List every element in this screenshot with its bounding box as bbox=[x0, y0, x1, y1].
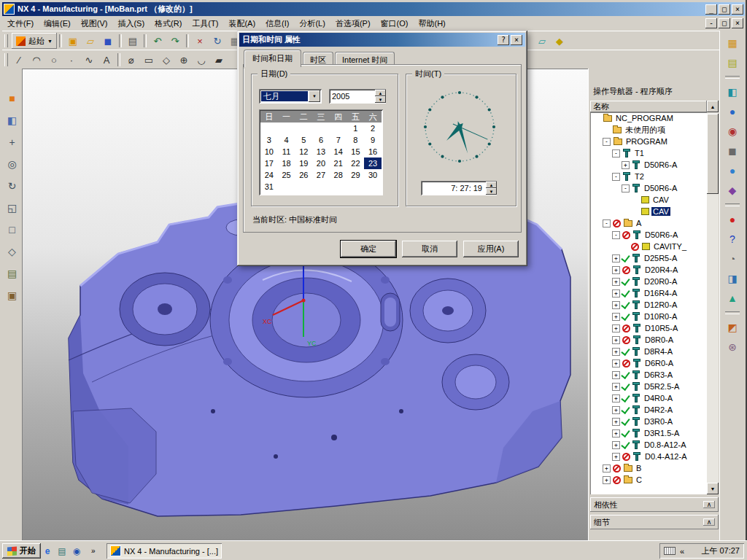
tree-row[interactable]: +C bbox=[590, 474, 707, 486]
shaded-cube-icon[interactable]: ◼ bbox=[724, 143, 741, 159]
year-spinner[interactable]: 2005 ▲ ▼ bbox=[329, 89, 386, 104]
calendar-day[interactable]: 27 bbox=[312, 169, 330, 181]
calendar-day[interactable]: 9 bbox=[364, 134, 382, 146]
month-combobox[interactable]: 七月 ▼ bbox=[259, 89, 322, 104]
tree-row[interactable]: +D3R0-A bbox=[590, 416, 707, 427]
globe-icon[interactable]: ● bbox=[724, 163, 741, 179]
menu-item[interactable]: 编辑(E) bbox=[39, 16, 76, 31]
calendar-day[interactable]: 6 bbox=[312, 134, 330, 146]
calendar-day[interactable]: 2 bbox=[364, 122, 382, 134]
calendar-day[interactable]: 22 bbox=[347, 158, 365, 169]
dialog-help-button[interactable]: ? bbox=[498, 35, 509, 45]
show-desktop-icon[interactable]: ▤ bbox=[55, 545, 69, 558]
calendar-day[interactable]: 11 bbox=[278, 146, 295, 158]
tray-collapse-icon[interactable]: « bbox=[680, 547, 684, 556]
refresh-icon[interactable]: ↻ bbox=[209, 33, 225, 49]
tree-row[interactable]: CAVITY_ bbox=[590, 241, 707, 252]
collapse-icon[interactable]: ∧ bbox=[703, 518, 715, 526]
spin-up-icon[interactable]: ▲ bbox=[486, 182, 497, 188]
window-titlebar[interactable]: NX 4 - Manufacturing - [MoBan.prt （修改的）]… bbox=[2, 2, 745, 16]
tree-row[interactable]: +B bbox=[590, 462, 707, 474]
tree-row[interactable]: +D6R0-A bbox=[590, 357, 707, 369]
rotate-icon[interactable]: ↻ bbox=[4, 178, 21, 194]
chamfer-icon[interactable]: ▰ bbox=[211, 52, 227, 68]
iso-view-icon[interactable]: ◇ bbox=[4, 244, 21, 260]
spin-up-icon[interactable]: ▲ bbox=[375, 90, 386, 96]
calendar-day[interactable]: 8 bbox=[347, 134, 365, 146]
menu-item[interactable]: 插入(S) bbox=[112, 16, 150, 31]
calendar-day[interactable]: 15 bbox=[347, 146, 365, 158]
expand-icon[interactable]: + bbox=[612, 453, 620, 461]
expand-icon[interactable]: + bbox=[612, 359, 620, 368]
tree-row[interactable]: +D16R4-A bbox=[590, 287, 707, 299]
fit-view-icon[interactable]: ◱ bbox=[4, 200, 21, 216]
calendar-day[interactable]: 1 bbox=[347, 122, 365, 134]
part-navigator-icon[interactable]: ▤ bbox=[724, 55, 741, 71]
open-file-icon[interactable]: ▱ bbox=[82, 33, 98, 49]
tree-row[interactable]: -PROGRAM bbox=[590, 136, 707, 147]
start-button[interactable]: 开始 bbox=[2, 543, 41, 559]
tree-row[interactable]: +D3R1.5-A bbox=[590, 427, 707, 439]
scroll-down-icon[interactable]: ▼ bbox=[707, 483, 719, 494]
calendar-day[interactable]: 17 bbox=[260, 158, 278, 169]
calendar-day[interactable]: 12 bbox=[295, 146, 312, 158]
assembly-navigator-icon[interactable]: ▦ bbox=[724, 35, 741, 51]
menu-item[interactable]: 装配(A) bbox=[223, 16, 260, 31]
datum-icon[interactable]: ◆ bbox=[551, 33, 568, 49]
expand-icon[interactable]: + bbox=[603, 476, 611, 484]
orient-icon[interactable]: ◉ bbox=[724, 123, 741, 139]
collapse-icon[interactable]: - bbox=[612, 149, 620, 158]
datum-plane-icon[interactable]: ◧ bbox=[724, 84, 741, 100]
dialog-tab[interactable]: 时间和日期 bbox=[244, 50, 301, 67]
calendar-day[interactable]: 14 bbox=[330, 146, 347, 158]
expand-icon[interactable]: + bbox=[612, 418, 620, 426]
spin-down-icon[interactable]: ▼ bbox=[375, 96, 386, 103]
ok-button[interactable]: 确定 bbox=[341, 241, 396, 257]
snap-point-icon[interactable]: ■ bbox=[4, 90, 21, 106]
spline-icon[interactable]: ∿ bbox=[81, 52, 97, 68]
analysis-icon[interactable]: ◨ bbox=[724, 271, 741, 287]
collapse-icon[interactable]: - bbox=[603, 138, 611, 146]
calendar-day[interactable]: 10 bbox=[260, 146, 278, 158]
shaded-view-icon[interactable]: ▣ bbox=[4, 287, 21, 303]
rectangle-icon[interactable]: ▭ bbox=[141, 52, 157, 68]
line-icon[interactable]: ∕ bbox=[11, 52, 27, 68]
expand-icon[interactable]: + bbox=[612, 441, 620, 449]
save-icon[interactable]: ◼ bbox=[100, 33, 116, 49]
front-view-icon[interactable]: □ bbox=[4, 222, 21, 238]
macro-icon[interactable]: ⊛ bbox=[724, 339, 741, 355]
circle-icon[interactable]: ○ bbox=[46, 52, 62, 68]
cancel-button[interactable]: 取消 bbox=[402, 241, 457, 257]
tree-row[interactable]: -D50R6-A bbox=[590, 229, 707, 241]
tree-row[interactable]: +D0.8-A12-A bbox=[590, 439, 707, 451]
expand-icon[interactable]: + bbox=[612, 266, 620, 274]
menu-item[interactable]: 窗口(O) bbox=[376, 16, 414, 31]
mdi-minimize-button[interactable]: - bbox=[705, 18, 717, 28]
scroll-up-icon[interactable]: ▲ bbox=[707, 101, 719, 112]
navigator-column-header[interactable]: 名称 bbox=[590, 101, 707, 112]
clock-icon[interactable]: ◔ bbox=[724, 251, 741, 267]
collapse-icon[interactable]: - bbox=[622, 184, 630, 192]
menu-item[interactable]: 格式(R) bbox=[150, 16, 187, 31]
calendar-day[interactable]: 5 bbox=[295, 134, 312, 146]
spin-down-icon[interactable]: ▼ bbox=[486, 188, 497, 195]
calendar-day[interactable]: 23 bbox=[364, 158, 382, 169]
expand-icon[interactable]: + bbox=[612, 289, 620, 298]
calendar-day[interactable]: 30 bbox=[364, 169, 382, 181]
expand-icon[interactable]: + bbox=[612, 348, 620, 356]
undo-icon[interactable]: ↶ bbox=[150, 33, 166, 49]
palette-icon[interactable]: ◩ bbox=[724, 319, 741, 335]
expand-icon[interactable]: + bbox=[612, 278, 620, 286]
menu-item[interactable]: 首选项(P) bbox=[330, 16, 376, 31]
media-icon[interactable]: ◉ bbox=[70, 545, 83, 558]
collapse-icon[interactable]: - bbox=[612, 231, 620, 239]
prism-icon[interactable]: ◆ bbox=[724, 182, 741, 198]
tree-row[interactable]: +D5R2.5-A bbox=[590, 381, 707, 392]
menu-item[interactable]: 视图(V) bbox=[76, 16, 113, 31]
apply-button[interactable]: 应用(A) bbox=[463, 241, 519, 257]
tree-row[interactable]: +D25R5-A bbox=[590, 252, 707, 264]
sketch-icon[interactable]: ▱ bbox=[534, 33, 550, 49]
menu-item[interactable]: 工具(T) bbox=[187, 16, 223, 31]
overflow-chevron-icon[interactable]: » bbox=[89, 547, 98, 555]
tree-row[interactable]: 未使用的项 bbox=[590, 124, 707, 136]
